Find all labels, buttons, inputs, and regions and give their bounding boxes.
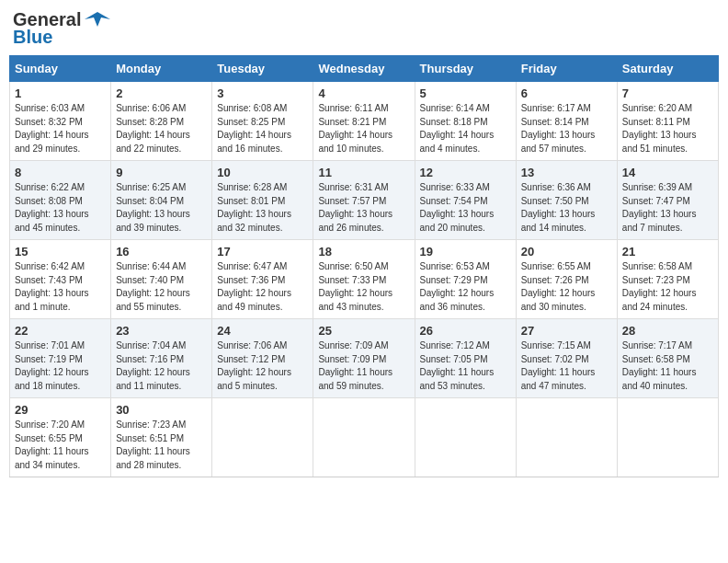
day-cell-29: 29Sunrise: 7:20 AM Sunset: 6:55 PM Dayli… bbox=[10, 398, 111, 477]
day-cell-6: 6Sunrise: 6:17 AM Sunset: 8:14 PM Daylig… bbox=[516, 82, 617, 161]
day-number: 5 bbox=[420, 86, 511, 100]
day-info: Sunrise: 6:50 AM Sunset: 7:33 PM Dayligh… bbox=[318, 260, 409, 314]
day-number: 11 bbox=[318, 166, 409, 179]
day-number: 8 bbox=[15, 166, 106, 179]
calendar-table: SundayMondayTuesdayWednesdayThursdayFrid… bbox=[9, 55, 719, 477]
weekday-header-tuesday: Tuesday bbox=[212, 56, 313, 82]
day-info: Sunrise: 7:17 AM Sunset: 6:58 PM Dayligh… bbox=[622, 339, 713, 393]
weekday-header-thursday: Thursday bbox=[415, 56, 516, 82]
day-info: Sunrise: 6:11 AM Sunset: 8:21 PM Dayligh… bbox=[318, 102, 409, 155]
day-info: Sunrise: 6:20 AM Sunset: 8:11 PM Dayligh… bbox=[622, 102, 713, 155]
day-number: 1 bbox=[15, 86, 106, 100]
day-info: Sunrise: 7:23 AM Sunset: 6:51 PM Dayligh… bbox=[116, 419, 207, 472]
day-number: 13 bbox=[521, 166, 612, 179]
week-row-5: 29Sunrise: 7:20 AM Sunset: 6:55 PM Dayli… bbox=[10, 398, 719, 477]
day-number: 6 bbox=[521, 86, 612, 100]
weekday-header-sunday: Sunday bbox=[10, 56, 111, 82]
day-cell-16: 16Sunrise: 6:44 AM Sunset: 7:40 PM Dayli… bbox=[111, 240, 212, 319]
day-cell-2: 2Sunrise: 6:06 AM Sunset: 8:28 PM Daylig… bbox=[111, 82, 212, 161]
logo-bird-icon bbox=[85, 10, 110, 30]
day-number: 2 bbox=[116, 86, 207, 100]
empty-cell bbox=[415, 398, 516, 477]
week-row-1: 1Sunrise: 6:03 AM Sunset: 8:32 PM Daylig… bbox=[10, 82, 719, 161]
day-info: Sunrise: 7:01 AM Sunset: 7:19 PM Dayligh… bbox=[15, 339, 106, 393]
day-cell-21: 21Sunrise: 6:58 AM Sunset: 7:23 PM Dayli… bbox=[617, 240, 718, 319]
day-info: Sunrise: 7:06 AM Sunset: 7:12 PM Dayligh… bbox=[217, 339, 308, 393]
weekday-header-row: SundayMondayTuesdayWednesdayThursdayFrid… bbox=[10, 56, 719, 82]
day-number: 15 bbox=[15, 245, 106, 259]
day-number: 22 bbox=[15, 324, 106, 338]
day-number: 3 bbox=[217, 86, 308, 100]
day-number: 18 bbox=[318, 245, 409, 259]
weekday-header-saturday: Saturday bbox=[617, 56, 718, 82]
day-info: Sunrise: 6:44 AM Sunset: 7:40 PM Dayligh… bbox=[116, 260, 207, 314]
day-info: Sunrise: 6:33 AM Sunset: 7:54 PM Dayligh… bbox=[420, 181, 511, 235]
day-info: Sunrise: 6:22 AM Sunset: 8:08 PM Dayligh… bbox=[15, 181, 106, 235]
day-info: Sunrise: 7:12 AM Sunset: 7:05 PM Dayligh… bbox=[420, 339, 511, 393]
day-number: 24 bbox=[217, 324, 308, 338]
day-cell-9: 9Sunrise: 6:25 AM Sunset: 8:04 PM Daylig… bbox=[111, 161, 212, 240]
day-number: 26 bbox=[420, 324, 511, 338]
day-cell-7: 7Sunrise: 6:20 AM Sunset: 8:11 PM Daylig… bbox=[617, 82, 718, 161]
day-cell-19: 19Sunrise: 6:53 AM Sunset: 7:29 PM Dayli… bbox=[415, 240, 516, 319]
day-cell-13: 13Sunrise: 6:36 AM Sunset: 7:50 PM Dayli… bbox=[516, 161, 617, 240]
day-number: 9 bbox=[116, 166, 207, 179]
day-cell-28: 28Sunrise: 7:17 AM Sunset: 6:58 PM Dayli… bbox=[617, 319, 718, 398]
day-info: Sunrise: 6:55 AM Sunset: 7:26 PM Dayligh… bbox=[521, 260, 612, 314]
day-number: 28 bbox=[622, 324, 713, 338]
day-cell-17: 17Sunrise: 6:47 AM Sunset: 7:36 PM Dayli… bbox=[212, 240, 313, 319]
day-info: Sunrise: 6:06 AM Sunset: 8:28 PM Dayligh… bbox=[116, 102, 207, 155]
empty-cell bbox=[313, 398, 415, 477]
day-info: Sunrise: 6:17 AM Sunset: 8:14 PM Dayligh… bbox=[521, 102, 612, 155]
day-number: 7 bbox=[622, 86, 713, 100]
day-number: 20 bbox=[521, 245, 612, 259]
day-number: 27 bbox=[521, 324, 612, 338]
svg-marker-0 bbox=[85, 12, 110, 27]
day-info: Sunrise: 6:47 AM Sunset: 7:36 PM Dayligh… bbox=[217, 260, 308, 314]
day-number: 10 bbox=[217, 166, 308, 179]
day-cell-4: 4Sunrise: 6:11 AM Sunset: 8:21 PM Daylig… bbox=[313, 82, 415, 161]
day-cell-3: 3Sunrise: 6:08 AM Sunset: 8:25 PM Daylig… bbox=[212, 82, 313, 161]
empty-cell bbox=[212, 398, 313, 477]
day-cell-10: 10Sunrise: 6:28 AM Sunset: 8:01 PM Dayli… bbox=[212, 161, 313, 240]
day-number: 19 bbox=[420, 245, 511, 259]
week-row-3: 15Sunrise: 6:42 AM Sunset: 7:43 PM Dayli… bbox=[10, 240, 719, 319]
empty-cell bbox=[516, 398, 617, 477]
day-number: 23 bbox=[116, 324, 207, 338]
day-info: Sunrise: 7:09 AM Sunset: 7:09 PM Dayligh… bbox=[318, 339, 409, 393]
day-info: Sunrise: 7:20 AM Sunset: 6:55 PM Dayligh… bbox=[15, 419, 106, 472]
day-cell-1: 1Sunrise: 6:03 AM Sunset: 8:32 PM Daylig… bbox=[10, 82, 111, 161]
day-number: 14 bbox=[622, 166, 713, 179]
day-cell-26: 26Sunrise: 7:12 AM Sunset: 7:05 PM Dayli… bbox=[415, 319, 516, 398]
day-cell-20: 20Sunrise: 6:55 AM Sunset: 7:26 PM Dayli… bbox=[516, 240, 617, 319]
day-cell-27: 27Sunrise: 7:15 AM Sunset: 7:02 PM Dayli… bbox=[516, 319, 617, 398]
day-number: 12 bbox=[420, 166, 511, 179]
day-info: Sunrise: 6:39 AM Sunset: 7:47 PM Dayligh… bbox=[622, 181, 713, 235]
day-info: Sunrise: 6:14 AM Sunset: 8:18 PM Dayligh… bbox=[420, 102, 511, 155]
day-info: Sunrise: 6:25 AM Sunset: 8:04 PM Dayligh… bbox=[116, 181, 207, 235]
day-cell-18: 18Sunrise: 6:50 AM Sunset: 7:33 PM Dayli… bbox=[313, 240, 415, 319]
day-info: Sunrise: 7:15 AM Sunset: 7:02 PM Dayligh… bbox=[521, 339, 612, 393]
day-number: 4 bbox=[318, 86, 409, 100]
day-cell-24: 24Sunrise: 7:06 AM Sunset: 7:12 PM Dayli… bbox=[212, 319, 313, 398]
week-row-2: 8Sunrise: 6:22 AM Sunset: 8:08 PM Daylig… bbox=[10, 161, 719, 240]
day-cell-23: 23Sunrise: 7:04 AM Sunset: 7:16 PM Dayli… bbox=[111, 319, 212, 398]
day-info: Sunrise: 6:58 AM Sunset: 7:23 PM Dayligh… bbox=[622, 260, 713, 314]
day-info: Sunrise: 7:04 AM Sunset: 7:16 PM Dayligh… bbox=[116, 339, 207, 393]
day-info: Sunrise: 6:36 AM Sunset: 7:50 PM Dayligh… bbox=[521, 181, 612, 235]
day-info: Sunrise: 6:31 AM Sunset: 7:57 PM Dayligh… bbox=[318, 181, 409, 235]
weekday-header-monday: Monday bbox=[111, 56, 212, 82]
day-cell-30: 30Sunrise: 7:23 AM Sunset: 6:51 PM Dayli… bbox=[111, 398, 212, 477]
day-info: Sunrise: 6:42 AM Sunset: 7:43 PM Dayligh… bbox=[15, 260, 106, 314]
weekday-header-friday: Friday bbox=[516, 56, 617, 82]
week-row-4: 22Sunrise: 7:01 AM Sunset: 7:19 PM Dayli… bbox=[10, 319, 719, 398]
day-info: Sunrise: 6:53 AM Sunset: 7:29 PM Dayligh… bbox=[420, 260, 511, 314]
logo-blue-text: Blue bbox=[13, 27, 52, 48]
day-cell-5: 5Sunrise: 6:14 AM Sunset: 8:18 PM Daylig… bbox=[415, 82, 516, 161]
day-cell-22: 22Sunrise: 7:01 AM Sunset: 7:19 PM Dayli… bbox=[10, 319, 111, 398]
empty-cell bbox=[617, 398, 718, 477]
day-info: Sunrise: 6:03 AM Sunset: 8:32 PM Dayligh… bbox=[15, 102, 106, 155]
day-cell-25: 25Sunrise: 7:09 AM Sunset: 7:09 PM Dayli… bbox=[313, 319, 415, 398]
day-number: 30 bbox=[116, 403, 207, 417]
day-number: 17 bbox=[217, 245, 308, 259]
